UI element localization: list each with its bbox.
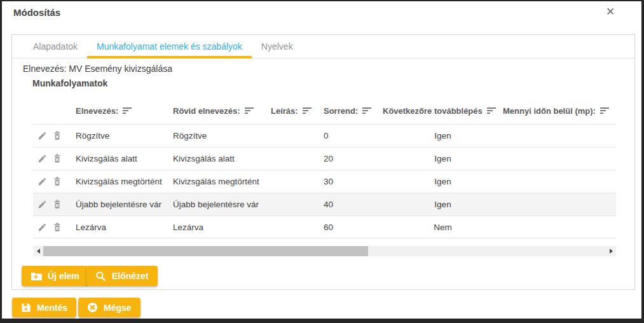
cell-short-name: Rögzítve [173, 131, 271, 141]
trash-x-icon [53, 131, 62, 141]
modal-dialog: Módosítás ✕ Alapadatok Munkafolyamat ele… [2, 1, 641, 319]
preview-button-label: Előnézet [112, 271, 149, 281]
sort-icon[interactable] [303, 107, 312, 114]
pencil-icon [38, 131, 47, 141]
save-button[interactable]: Mentés [12, 298, 76, 317]
table-header-row: Elnevezés: Rövid elnevezés: Leírás: Sorr… [33, 97, 616, 124]
save-button-label: Mentés [37, 303, 67, 313]
tab-alapadatok[interactable]: Alapadatok [24, 35, 87, 58]
trash-x-icon [53, 154, 62, 163]
sort-icon[interactable] [600, 107, 610, 114]
column-header-short-name[interactable]: Rövid elnevezés: [173, 106, 271, 116]
save-icon [21, 303, 31, 313]
cell-short-name: Kivizsgálás megtörtént [173, 177, 271, 186]
cell-order: 40 [324, 200, 383, 209]
sort-icon[interactable] [123, 107, 132, 114]
trash-x-icon [53, 223, 62, 232]
column-header-order[interactable]: Sorrend: [324, 106, 383, 116]
tab-panel: Alapadatok Munkafolyamat elemek és szabá… [11, 34, 635, 290]
cell-name: Rögzítve [76, 131, 173, 141]
table-row[interactable]: Rögzítve Rögzítve 0 Igen [33, 124, 616, 147]
new-item-button[interactable]: Új elem [22, 266, 88, 286]
pencil-icon [38, 200, 47, 209]
delete-row-button[interactable] [53, 223, 62, 232]
cell-order: 20 [324, 154, 383, 163]
cell-next-step: Nem [383, 223, 503, 232]
edit-row-button[interactable] [38, 200, 47, 209]
horizontal-scrollbar[interactable] [33, 246, 616, 256]
tab-munkafolyamat-elemek[interactable]: Munkafolyamat elemek és szabályok [87, 35, 252, 58]
cell-short-name: Lezárva [173, 223, 271, 232]
tab-nyelvek[interactable]: Nyelvek [252, 35, 303, 58]
cell-next-step: Igen [383, 154, 503, 163]
cell-short-name: Újabb bejelentésre vár [173, 200, 271, 209]
scrollbar-right-arrow[interactable] [606, 246, 616, 256]
edit-row-button[interactable] [38, 223, 47, 232]
row-actions [33, 154, 76, 163]
table-row[interactable]: Kivizsgálás megtörtént Kivizsgálás megtö… [33, 170, 616, 193]
sort-icon[interactable] [245, 107, 254, 114]
table-row-selected[interactable]: Újabb bejelentésre vár Újabb bejelentésr… [33, 193, 616, 216]
sort-icon[interactable] [362, 107, 372, 114]
cancel-button[interactable]: Mégse [78, 298, 140, 317]
scrollbar-left-arrow[interactable] [33, 246, 43, 256]
entity-name-label: Elnevezés: MV Esemény kivizsgálása [23, 64, 172, 74]
delete-row-button[interactable] [53, 200, 62, 209]
table-row[interactable]: Lezárva Lezárva 60 Nem [33, 216, 616, 238]
pencil-icon [38, 154, 47, 163]
row-actions [33, 177, 76, 186]
cancel-circle-x-icon [87, 302, 98, 313]
row-actions [33, 223, 76, 232]
workflow-table: Elnevezés: Rövid elnevezés: Leírás: Sorr… [33, 97, 616, 238]
tab-bar: Alapadatok Munkafolyamat elemek és szabá… [12, 35, 634, 58]
section-title: Munkafolyamatok [32, 78, 107, 88]
cell-name: Újabb bejelentésre vár [76, 200, 173, 209]
cell-name: Kivizsgálás alatt [76, 154, 173, 163]
edit-row-button[interactable] [38, 177, 47, 186]
cancel-button-label: Mégse [104, 303, 132, 313]
cell-name: Kivizsgálás megtörtént [76, 177, 173, 186]
scrollbar-thumb[interactable] [43, 246, 368, 256]
edit-row-button[interactable] [38, 154, 47, 163]
cell-next-step: Igen [383, 131, 503, 141]
pencil-icon [38, 177, 47, 186]
column-header-next-step[interactable]: Következőre továbblépés [383, 106, 503, 116]
edit-row-button[interactable] [38, 131, 47, 141]
preview-button[interactable]: Előnézet [86, 266, 158, 286]
trash-x-icon [53, 200, 62, 209]
sort-icon[interactable] [487, 107, 497, 114]
cell-next-step: Igen [383, 177, 503, 186]
table-row[interactable]: Kivizsgálás alatt Kivizsgálás alatt 20 I… [33, 147, 616, 170]
delete-row-button[interactable] [53, 177, 62, 186]
pencil-icon [38, 223, 47, 232]
column-header-within-time[interactable]: Mennyi időn belül (mp): [503, 106, 616, 116]
trash-x-icon [53, 177, 62, 186]
close-icon[interactable]: ✕ [603, 5, 617, 19]
new-item-button-label: Új elem [48, 271, 79, 281]
delete-row-button[interactable] [53, 154, 62, 163]
column-header-name[interactable]: Elnevezés: [76, 106, 173, 116]
cell-short-name: Kivizsgálás alatt [173, 154, 271, 163]
folder-plus-icon [31, 271, 42, 281]
cell-order: 60 [324, 223, 383, 232]
cell-order: 0 [324, 131, 383, 141]
row-actions [33, 131, 76, 141]
dialog-title: Módosítás [13, 7, 60, 18]
delete-row-button[interactable] [53, 131, 62, 141]
column-header-description[interactable]: Leírás: [271, 106, 324, 116]
row-actions [33, 200, 76, 209]
search-icon [95, 271, 106, 282]
cell-order: 30 [324, 177, 383, 186]
cell-name: Lezárva [76, 223, 173, 232]
cell-next-step: Igen [383, 200, 503, 209]
